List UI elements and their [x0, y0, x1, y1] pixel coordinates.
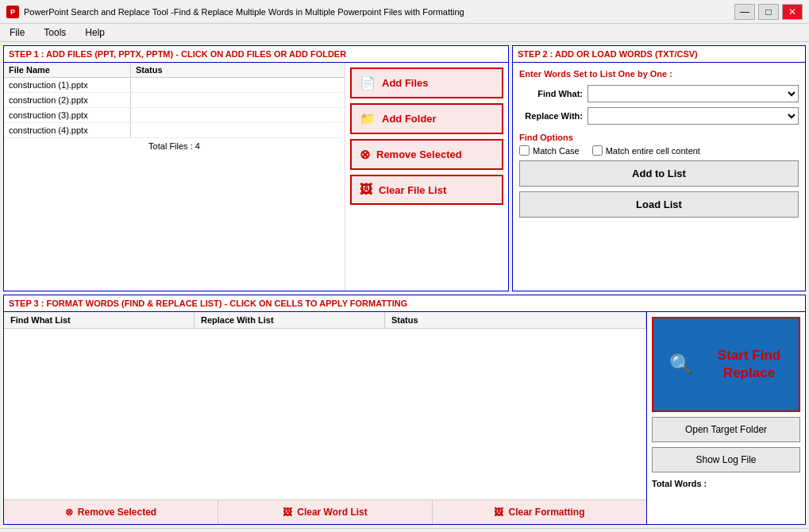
file-status-cell	[131, 93, 345, 107]
remove-selected-label: Remove Selected	[376, 148, 462, 160]
file-name-cell: construction (2).pptx	[4, 93, 131, 107]
step2-header: STEP 2 : ADD OR LOAD WORDS (TXT/CSV)	[513, 46, 805, 63]
main-content: STEP 1 : ADD FILES (PPT, PPTX, PPTM) - C…	[0, 42, 809, 528]
step3-panel: STEP 3 : FORMAT WORDS (FIND & REPLACE LI…	[3, 295, 806, 525]
start-find-replace-button[interactable]: 🔍 Start Find Replace	[652, 317, 800, 412]
show-log-file-label: Show Log File	[695, 454, 756, 465]
table-row[interactable]: construction (4).pptx	[4, 123, 345, 138]
file-status-cell	[131, 108, 345, 122]
match-entire-cell-item: Match entire cell content	[592, 145, 700, 156]
search-icon: 🔍	[661, 345, 701, 384]
total-words: Total Words :	[652, 477, 800, 490]
word-table-body	[4, 329, 646, 499]
replace-with-label: Replace With:	[519, 111, 583, 121]
add-folder-icon: 📁	[360, 111, 376, 126]
match-entire-cell-checkbox[interactable]	[592, 145, 603, 156]
step1-body: File Name Status construction (1).pptx c…	[4, 63, 508, 291]
step1-header: STEP 1 : ADD FILES (PPT, PPTX, PPTM) - C…	[4, 46, 508, 63]
word-table-footer: ⊗ Remove Selected 🖼 Clear Word List 🖼 Cl…	[4, 499, 646, 524]
add-folder-button[interactable]: 📁 Add Folder	[350, 103, 503, 134]
open-target-folder-button[interactable]: Open Target Folder	[652, 417, 800, 442]
show-log-file-button[interactable]: Show Log File	[652, 447, 800, 472]
file-status-cell	[131, 78, 345, 92]
word-table: Find What List Replace With List Status …	[4, 312, 646, 524]
clear-formatting-button[interactable]: 🖼 Clear Formatting	[433, 500, 646, 524]
remove-selected-icon: ⊗	[360, 147, 370, 162]
table-row[interactable]: construction (2).pptx	[4, 93, 345, 108]
checkbox-row: Match Case Match entire cell content	[519, 145, 799, 156]
remove-selected-button[interactable]: ⊗ Remove Selected	[350, 139, 503, 170]
remove-selected-words-label: Remove Selected	[78, 507, 156, 518]
clear-formatting-icon: 🖼	[494, 507, 503, 518]
load-list-button[interactable]: Load List	[519, 191, 799, 218]
find-options-section: Find Options Match Case Match entire cel…	[519, 133, 799, 156]
start-find-replace-label: Start Find Replace	[707, 347, 791, 382]
window-controls: — □ ✕	[734, 4, 803, 20]
clear-file-list-label: Clear File List	[379, 184, 446, 196]
file-name-cell: construction (1).pptx	[4, 78, 131, 92]
menu-bar: File Tools Help	[0, 24, 809, 42]
maximize-button[interactable]: □	[758, 4, 779, 20]
find-what-label: Find What:	[519, 89, 583, 98]
step3-right-panel: 🔍 Start Find Replace Open Target Folder …	[646, 312, 805, 524]
load-list-label: Load List	[636, 199, 682, 210]
word-table-header: Find What List Replace With List Status	[4, 312, 646, 329]
app-icon: P	[6, 6, 19, 18]
clear-formatting-label: Clear Formatting	[508, 507, 584, 518]
col-find-what-list: Find What List	[4, 312, 195, 328]
close-button[interactable]: ✕	[782, 4, 803, 20]
step2-panel: STEP 2 : ADD OR LOAD WORDS (TXT/CSV) Ent…	[512, 45, 806, 291]
title-bar: P PowerPoint Search and Replace Tool -Fi…	[0, 0, 809, 24]
col-status: Status	[131, 63, 345, 77]
step3-header: STEP 3 : FORMAT WORDS (FIND & REPLACE LI…	[4, 295, 805, 312]
top-section: STEP 1 : ADD FILES (PPT, PPTX, PPTM) - C…	[3, 45, 806, 291]
remove-selected-words-button[interactable]: ⊗ Remove Selected	[4, 500, 218, 524]
open-target-folder-label: Open Target Folder	[685, 424, 767, 435]
add-files-button[interactable]: 📄 Add Files	[350, 67, 503, 98]
col-word-status: Status	[385, 312, 646, 328]
match-entire-cell-label: Match entire cell content	[606, 146, 700, 156]
replace-with-row: Replace With:	[519, 107, 799, 125]
step2-body: Enter Words Set to List One by One : Fin…	[513, 63, 805, 291]
table-row[interactable]: construction (3).pptx	[4, 108, 345, 123]
replace-with-select[interactable]	[587, 107, 799, 125]
col-replace-with-list: Replace With List	[195, 312, 385, 328]
file-buttons: 📄 Add Files 📁 Add Folder ⊗ Remove Select…	[345, 63, 508, 291]
file-name-cell: construction (3).pptx	[4, 108, 131, 122]
find-what-select[interactable]	[587, 85, 799, 102]
add-folder-label: Add Folder	[382, 113, 437, 125]
remove-selected-words-icon: ⊗	[65, 507, 73, 518]
col-filename: File Name	[4, 63, 131, 77]
file-table-header: File Name Status	[4, 63, 345, 78]
file-status-cell	[131, 123, 345, 137]
add-to-list-label: Add to List	[632, 168, 686, 179]
clear-word-list-icon: 🖼	[283, 507, 292, 518]
clear-word-list-label: Clear Word List	[297, 507, 367, 518]
status-bar: Status : Idle!	[0, 528, 809, 532]
clear-file-list-button[interactable]: 🖼 Clear File List	[350, 175, 503, 205]
total-files: Total Files : 4	[4, 138, 345, 154]
clear-file-list-icon: 🖼	[360, 183, 372, 197]
add-files-label: Add Files	[382, 77, 429, 89]
add-to-list-button[interactable]: Add to List	[519, 160, 799, 187]
menu-tools[interactable]: Tools	[37, 25, 72, 40]
step1-panel: STEP 1 : ADD FILES (PPT, PPTX, PPTM) - C…	[3, 45, 509, 291]
step3-body: Find What List Replace With List Status …	[4, 312, 805, 524]
file-table: File Name Status construction (1).pptx c…	[4, 63, 345, 291]
table-row[interactable]: construction (1).pptx	[4, 78, 345, 93]
clear-word-list-button[interactable]: 🖼 Clear Word List	[218, 500, 433, 524]
match-case-label: Match Case	[533, 146, 580, 156]
minimize-button[interactable]: —	[734, 4, 755, 20]
match-case-item: Match Case	[519, 145, 580, 156]
menu-help[interactable]: Help	[79, 25, 111, 40]
add-files-icon: 📄	[360, 75, 376, 91]
find-what-row: Find What:	[519, 85, 799, 102]
menu-file[interactable]: File	[3, 25, 31, 40]
step2-subtitle: Enter Words Set to List One by One :	[519, 69, 799, 79]
find-options-label: Find Options	[519, 133, 799, 142]
file-name-cell: construction (4).pptx	[4, 123, 131, 137]
title-text: PowerPoint Search and Replace Tool -Find…	[24, 7, 734, 17]
match-case-checkbox[interactable]	[519, 145, 530, 156]
